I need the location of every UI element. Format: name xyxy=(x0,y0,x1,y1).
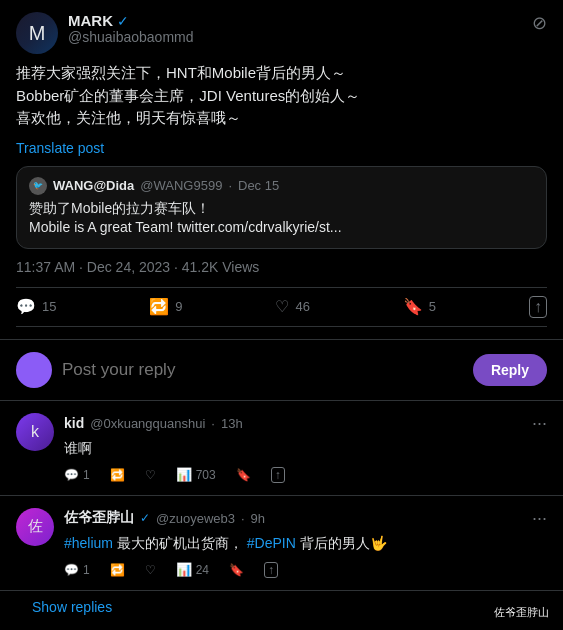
comment-icon: 💬 xyxy=(16,297,36,316)
views-icon: 📊 xyxy=(176,467,192,482)
bookmark-icon: 🔖 xyxy=(403,297,423,316)
quoted-tweet[interactable]: 🐦 WANG@Dida @WANG9599 · Dec 15 赞助了Mobile… xyxy=(16,166,547,249)
author-name: MARK xyxy=(68,12,113,29)
comment-more-icon[interactable]: ··· xyxy=(532,413,547,434)
comment-author-handle-2: @zuoyeweb3 xyxy=(156,511,235,526)
bookmark-action[interactable]: 🔖 5 xyxy=(403,297,436,316)
tweet-text-line1: 推荐大家强烈关注下，HNT和Mobile背后的男人～ xyxy=(16,64,346,81)
like-icon: ♡ xyxy=(275,297,289,316)
comment-bookmark-action-2[interactable]: 🔖 xyxy=(229,563,244,577)
comment-reply-action-2[interactable]: 💬 1 xyxy=(64,563,90,577)
comment-actions-zuoyeweb: 💬 1 🔁 ♡ 📊 24 🔖 ↑ xyxy=(64,562,547,578)
comment-count: 15 xyxy=(42,299,56,314)
comment-avatar-kid: k xyxy=(16,413,54,451)
quoted-tweet-header: 🐦 WANG@Dida @WANG9599 · Dec 15 xyxy=(29,177,534,195)
reply-button[interactable]: Reply xyxy=(473,354,547,386)
show-replies-link[interactable]: Show replies xyxy=(16,591,563,627)
comment-action[interactable]: 💬 15 xyxy=(16,297,56,316)
like-action[interactable]: ♡ 46 xyxy=(275,297,309,316)
comment-views-action: 📊 703 xyxy=(176,467,216,482)
tweet-text-line2: Bobber矿企的董事会主席，JDI Ventures的创始人～ xyxy=(16,87,360,104)
comment-actions-kid: 💬 1 🔁 ♡ 📊 703 🔖 ↑ xyxy=(64,467,547,483)
translate-link[interactable]: Translate post xyxy=(16,140,547,156)
comment-author-name-2: 佐爷歪脖山 xyxy=(64,509,134,527)
tweet-header: M MARK ✓ @shuaibaobaommd ⊘ xyxy=(16,12,547,54)
reply-user-avatar xyxy=(16,352,52,388)
comment-reply-action[interactable]: 💬 1 xyxy=(64,468,90,482)
block-icon[interactable]: ⊘ xyxy=(532,12,547,34)
share-icon: ↑ xyxy=(529,296,547,318)
retweet-icon-2: 🔁 xyxy=(110,563,125,577)
user-info: MARK ✓ @shuaibaobaommd xyxy=(68,12,522,45)
reply-input[interactable] xyxy=(62,360,463,380)
comment-header-kid: kid @0xkuangquanshui · 13h ··· xyxy=(64,413,547,434)
comment-retweet-action-2[interactable]: 🔁 xyxy=(110,563,125,577)
quoted-date-value: Dec 15 xyxy=(238,178,279,193)
reply-count-2: 1 xyxy=(83,563,90,577)
avatar: M xyxy=(16,12,58,54)
like-icon: ♡ xyxy=(145,468,156,482)
retweet-icon: 🔁 xyxy=(149,297,169,316)
views-count: 703 xyxy=(196,468,216,482)
bookmark-icon-2: 🔖 xyxy=(229,563,244,577)
comment-item-zuoyeweb: 佐 佐爷歪脖山 ✓ @zuoyeweb3 · 9h ··· #helium 最大… xyxy=(0,496,563,591)
comment-retweet-action[interactable]: 🔁 xyxy=(110,468,125,482)
comment-views-action-2: 📊 24 xyxy=(176,562,209,577)
share-icon: ↑ xyxy=(271,467,285,483)
comment-item: k kid @0xkuangquanshui · 13h ··· 谁啊 💬 1 … xyxy=(0,401,563,496)
retweet-icon: 🔁 xyxy=(110,468,125,482)
comment-share-action-2[interactable]: ↑ xyxy=(264,562,278,578)
comment-header-zuoyeweb: 佐爷歪脖山 ✓ @zuoyeweb3 · 9h ··· xyxy=(64,508,547,529)
views-icon-2: 📊 xyxy=(176,562,192,577)
hashtag-depin: #DePIN xyxy=(247,535,296,551)
reply-count: 1 xyxy=(83,468,90,482)
comment-content-kid: kid @0xkuangquanshui · 13h ··· 谁啊 💬 1 🔁 … xyxy=(64,413,547,483)
comment-share-action[interactable]: ↑ xyxy=(271,467,285,483)
tweet-text-line3: 喜欢他，关注他，明天有惊喜哦～ xyxy=(16,109,241,126)
main-tweet: M MARK ✓ @shuaibaobaommd ⊘ 推荐大家强烈关注下，HNT… xyxy=(0,0,563,340)
quoted-author-handle: @WANG9599 xyxy=(140,178,222,193)
comment-content-zuoyeweb: 佐爷歪脖山 ✓ @zuoyeweb3 · 9h ··· #helium 最大的矿… xyxy=(64,508,547,578)
comment-text-zuoyeweb: #helium 最大的矿机出货商， #DePIN 背后的男人🤟 xyxy=(64,533,547,554)
comment-bookmark-action[interactable]: 🔖 xyxy=(236,468,251,482)
bookmark-count: 5 xyxy=(429,299,436,314)
reply-box: Reply xyxy=(0,340,563,401)
comment-more-icon-2[interactable]: ··· xyxy=(532,508,547,529)
comment-avatar-zuoyeweb: 佐 xyxy=(16,508,54,546)
like-icon-2: ♡ xyxy=(145,563,156,577)
comment-time-value: 13h xyxy=(221,416,243,431)
comment-text-kid: 谁啊 xyxy=(64,438,547,459)
share-icon-2: ↑ xyxy=(264,562,278,578)
comment-author-name: kid xyxy=(64,415,84,431)
comment-time: · xyxy=(211,416,215,431)
comment-time-value-2: 9h xyxy=(251,511,265,526)
verified-icon-2: ✓ xyxy=(140,511,150,525)
hashtag-helium: #helium xyxy=(64,535,113,551)
comment-time-2: · xyxy=(241,511,245,526)
quoted-tweet-text: 赞助了Mobile的拉力赛车队！ Mobile is A great Team!… xyxy=(29,199,534,238)
reply-icon-2: 💬 xyxy=(64,563,79,577)
quoted-text-line1: 赞助了Mobile的拉力赛车队！ xyxy=(29,200,210,216)
retweet-count: 9 xyxy=(175,299,182,314)
like-count: 46 xyxy=(295,299,309,314)
reply-icon: 💬 xyxy=(64,468,79,482)
retweet-action[interactable]: 🔁 9 xyxy=(149,297,182,316)
quoted-text-line2: Mobile is A great Team! twitter.com/cdrv… xyxy=(29,219,342,235)
comment-like-action-2[interactable]: ♡ xyxy=(145,563,156,577)
quoted-author-name: WANG@Dida xyxy=(53,178,134,193)
bookmark-icon: 🔖 xyxy=(236,468,251,482)
tweet-meta: 11:37 AM · Dec 24, 2023 · 41.2K Views xyxy=(16,259,547,275)
quoted-date: · xyxy=(228,178,232,193)
comment-author-handle: @0xkuangquanshui xyxy=(90,416,205,431)
show-replies-section: Show replies xyxy=(0,591,563,627)
views-count-2: 24 xyxy=(196,563,209,577)
quoted-avatar: 🐦 xyxy=(29,177,47,195)
tweet-body: 推荐大家强烈关注下，HNT和Mobile背后的男人～ Bobber矿企的董事会主… xyxy=(16,62,547,130)
tweet-actions: 💬 15 🔁 9 ♡ 46 🔖 5 ↑ xyxy=(16,287,547,327)
comment-like-action[interactable]: ♡ xyxy=(145,468,156,482)
verified-icon: ✓ xyxy=(117,13,129,29)
comment-text-mid: 最大的矿机出货商， xyxy=(117,535,243,551)
comment-text-end: 背后的男人🤟 xyxy=(300,535,387,551)
share-action[interactable]: ↑ xyxy=(529,296,547,318)
user-name-row: MARK ✓ xyxy=(68,12,522,29)
